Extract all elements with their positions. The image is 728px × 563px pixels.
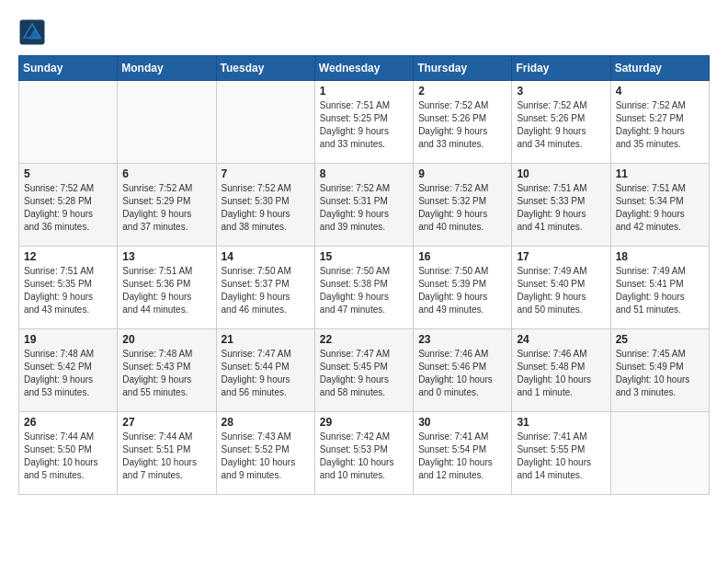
day-info: Sunrise: 7:52 AM Sunset: 5:29 PM Dayligh… (122, 182, 210, 234)
calendar-cell: 28Sunrise: 7:43 AM Sunset: 5:52 PM Dayli… (216, 412, 314, 495)
day-info: Sunrise: 7:51 AM Sunset: 5:36 PM Dayligh… (122, 265, 210, 316)
day-number: 7 (222, 167, 310, 180)
day-info: Sunrise: 7:48 AM Sunset: 5:43 PM Dayligh… (122, 348, 210, 399)
logo-icon (18, 18, 46, 46)
day-info: Sunrise: 7:44 AM Sunset: 5:51 PM Dayligh… (122, 431, 210, 482)
day-number: 28 (222, 416, 310, 429)
calendar-cell (118, 81, 216, 164)
day-info: Sunrise: 7:47 AM Sunset: 5:44 PM Dayligh… (222, 348, 310, 399)
day-info: Sunrise: 7:51 AM Sunset: 5:33 PM Dayligh… (517, 182, 605, 234)
day-number: 16 (418, 250, 506, 263)
day-number: 23 (418, 333, 506, 346)
calendar-cell: 17Sunrise: 7:49 AM Sunset: 5:40 PM Dayli… (512, 247, 610, 329)
calendar-cell: 8Sunrise: 7:52 AM Sunset: 5:31 PM Daylig… (314, 164, 413, 247)
day-info: Sunrise: 7:44 AM Sunset: 5:50 PM Dayligh… (24, 431, 112, 482)
day-info: Sunrise: 7:41 AM Sunset: 5:55 PM Dayligh… (517, 431, 605, 482)
day-number: 13 (122, 250, 210, 263)
calendar-cell: 1Sunrise: 7:51 AM Sunset: 5:25 PM Daylig… (314, 81, 413, 164)
day-number: 17 (517, 250, 605, 263)
calendar-cell: 12Sunrise: 7:51 AM Sunset: 5:35 PM Dayli… (19, 247, 118, 329)
day-number: 25 (616, 333, 704, 346)
day-info: Sunrise: 7:45 AM Sunset: 5:49 PM Dayligh… (616, 348, 704, 399)
day-info: Sunrise: 7:48 AM Sunset: 5:42 PM Dayligh… (24, 348, 112, 399)
calendar-cell: 5Sunrise: 7:52 AM Sunset: 5:28 PM Daylig… (19, 164, 118, 247)
day-number: 11 (616, 167, 704, 180)
calendar-cell: 14Sunrise: 7:50 AM Sunset: 5:37 PM Dayli… (216, 247, 314, 329)
calendar-cell: 29Sunrise: 7:42 AM Sunset: 5:53 PM Dayli… (314, 412, 413, 495)
weekday-header-thursday: Thursday (414, 56, 512, 81)
calendar-week-row: 19Sunrise: 7:48 AM Sunset: 5:42 PM Dayli… (19, 329, 710, 412)
day-number: 22 (320, 333, 408, 346)
weekday-header-sunday: Sunday (19, 56, 118, 81)
day-number: 27 (122, 416, 210, 429)
weekday-header-saturday: Saturday (610, 56, 709, 81)
day-info: Sunrise: 7:41 AM Sunset: 5:54 PM Dayligh… (418, 431, 506, 482)
calendar-cell: 23Sunrise: 7:46 AM Sunset: 5:46 PM Dayli… (414, 329, 512, 412)
day-info: Sunrise: 7:50 AM Sunset: 5:37 PM Dayligh… (222, 265, 310, 316)
day-info: Sunrise: 7:52 AM Sunset: 5:26 PM Dayligh… (418, 99, 506, 151)
day-info: Sunrise: 7:50 AM Sunset: 5:38 PM Dayligh… (320, 265, 408, 316)
page-header (18, 18, 710, 46)
calendar-cell: 24Sunrise: 7:46 AM Sunset: 5:48 PM Dayli… (512, 329, 610, 412)
day-info: Sunrise: 7:52 AM Sunset: 5:32 PM Dayligh… (418, 182, 506, 234)
calendar-cell: 10Sunrise: 7:51 AM Sunset: 5:33 PM Dayli… (512, 164, 610, 247)
calendar-week-row: 1Sunrise: 7:51 AM Sunset: 5:25 PM Daylig… (19, 81, 710, 164)
day-number: 4 (616, 85, 704, 98)
calendar-cell: 3Sunrise: 7:52 AM Sunset: 5:26 PM Daylig… (512, 81, 610, 164)
calendar-cell: 11Sunrise: 7:51 AM Sunset: 5:34 PM Dayli… (610, 164, 709, 247)
day-number: 9 (418, 167, 506, 180)
day-number: 26 (24, 416, 112, 429)
calendar-cell: 6Sunrise: 7:52 AM Sunset: 5:29 PM Daylig… (118, 164, 216, 247)
calendar-cell: 30Sunrise: 7:41 AM Sunset: 5:54 PM Dayli… (414, 412, 512, 495)
logo (18, 18, 50, 46)
day-number: 5 (24, 167, 112, 180)
day-info: Sunrise: 7:51 AM Sunset: 5:35 PM Dayligh… (24, 265, 112, 316)
calendar-cell: 27Sunrise: 7:44 AM Sunset: 5:51 PM Dayli… (118, 412, 216, 495)
calendar-cell: 9Sunrise: 7:52 AM Sunset: 5:32 PM Daylig… (414, 164, 512, 247)
calendar-cell (19, 81, 118, 164)
day-info: Sunrise: 7:49 AM Sunset: 5:41 PM Dayligh… (616, 265, 704, 316)
day-number: 3 (517, 85, 605, 98)
weekday-header-tuesday: Tuesday (216, 56, 314, 81)
calendar-cell (610, 412, 709, 495)
day-info: Sunrise: 7:52 AM Sunset: 5:31 PM Dayligh… (320, 182, 408, 234)
calendar-cell: 2Sunrise: 7:52 AM Sunset: 5:26 PM Daylig… (414, 81, 512, 164)
calendar-cell: 13Sunrise: 7:51 AM Sunset: 5:36 PM Dayli… (118, 247, 216, 329)
calendar-cell: 20Sunrise: 7:48 AM Sunset: 5:43 PM Dayli… (118, 329, 216, 412)
calendar-cell: 22Sunrise: 7:47 AM Sunset: 5:45 PM Dayli… (314, 329, 413, 412)
day-info: Sunrise: 7:52 AM Sunset: 5:28 PM Dayligh… (24, 182, 112, 234)
calendar-cell: 15Sunrise: 7:50 AM Sunset: 5:38 PM Dayli… (314, 247, 413, 329)
day-number: 6 (122, 167, 210, 180)
day-number: 21 (222, 333, 310, 346)
calendar-week-row: 26Sunrise: 7:44 AM Sunset: 5:50 PM Dayli… (19, 412, 710, 495)
day-number: 20 (122, 333, 210, 346)
calendar-cell: 25Sunrise: 7:45 AM Sunset: 5:49 PM Dayli… (610, 329, 709, 412)
weekday-header-friday: Friday (512, 56, 610, 81)
calendar-cell: 16Sunrise: 7:50 AM Sunset: 5:39 PM Dayli… (414, 247, 512, 329)
day-number: 19 (24, 333, 112, 346)
calendar-week-row: 5Sunrise: 7:52 AM Sunset: 5:28 PM Daylig… (19, 164, 710, 247)
weekday-header-monday: Monday (118, 56, 216, 81)
day-info: Sunrise: 7:52 AM Sunset: 5:27 PM Dayligh… (616, 99, 704, 151)
day-info: Sunrise: 7:42 AM Sunset: 5:53 PM Dayligh… (320, 431, 408, 482)
day-info: Sunrise: 7:46 AM Sunset: 5:46 PM Dayligh… (418, 348, 506, 399)
day-number: 15 (320, 250, 408, 263)
day-number: 29 (320, 416, 408, 429)
weekday-header-wednesday: Wednesday (314, 56, 413, 81)
day-number: 30 (418, 416, 506, 429)
calendar-week-row: 12Sunrise: 7:51 AM Sunset: 5:35 PM Dayli… (19, 247, 710, 329)
calendar-header-row: SundayMondayTuesdayWednesdayThursdayFrid… (19, 56, 710, 81)
day-number: 1 (320, 85, 408, 98)
day-number: 14 (222, 250, 310, 263)
day-number: 18 (616, 250, 704, 263)
calendar-cell: 19Sunrise: 7:48 AM Sunset: 5:42 PM Dayli… (19, 329, 118, 412)
day-info: Sunrise: 7:47 AM Sunset: 5:45 PM Dayligh… (320, 348, 408, 399)
calendar-cell: 31Sunrise: 7:41 AM Sunset: 5:55 PM Dayli… (512, 412, 610, 495)
day-info: Sunrise: 7:51 AM Sunset: 5:34 PM Dayligh… (616, 182, 704, 234)
day-number: 10 (517, 167, 605, 180)
calendar-cell (216, 81, 314, 164)
day-info: Sunrise: 7:52 AM Sunset: 5:26 PM Dayligh… (517, 99, 605, 151)
calendar-cell: 4Sunrise: 7:52 AM Sunset: 5:27 PM Daylig… (610, 81, 709, 164)
calendar-cell: 18Sunrise: 7:49 AM Sunset: 5:41 PM Dayli… (610, 247, 709, 329)
day-info: Sunrise: 7:46 AM Sunset: 5:48 PM Dayligh… (517, 348, 605, 399)
